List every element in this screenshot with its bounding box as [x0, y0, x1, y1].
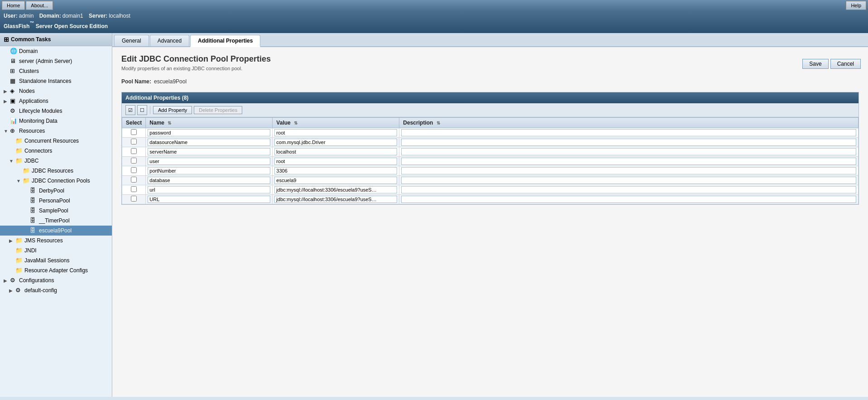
sidebar-item-configurations[interactable]: ▶⚙Configurations: [0, 275, 112, 285]
add-property-button[interactable]: Add Property: [153, 106, 192, 114]
row-checkbox-0[interactable]: [131, 129, 137, 135]
sidebar-item-jdbc-resources[interactable]: 📁JDBC Resources: [0, 166, 112, 176]
sidebar-item-timerpool[interactable]: 🗄__TimerPool: [0, 216, 112, 226]
save-button[interactable]: Save: [802, 59, 828, 69]
toolbar-select-all-btn[interactable]: ☑: [125, 105, 135, 115]
value-sort-icon: ⇅: [294, 120, 297, 125]
tab-general[interactable]: General: [114, 35, 149, 46]
sidebar-item-domain[interactable]: 🌐Domain: [0, 46, 112, 56]
row-name-cell-3: [146, 157, 273, 166]
row-name-input-7[interactable]: [148, 196, 270, 203]
row-desc-input-7[interactable]: [401, 196, 856, 203]
sidebar-item-resource-adapter[interactable]: 📁Resource Adapter Configs: [0, 265, 112, 275]
sidebar-item-nodes[interactable]: ▶◈Nodes: [0, 86, 112, 96]
folder-icon: 📁: [15, 147, 23, 154]
sidebar-item-derbypool[interactable]: 🗄DerbyPool: [0, 186, 112, 196]
sidebar-item-standalone[interactable]: ▦Standalone Instances: [0, 76, 112, 86]
row-value-input-2[interactable]: [274, 148, 397, 155]
sidebar-label-nodes: Nodes: [19, 88, 35, 94]
row-desc-cell-3: [399, 157, 858, 166]
row-desc-input-6[interactable]: [401, 186, 856, 193]
cancel-button[interactable]: Cancel: [830, 59, 861, 69]
delete-properties-button[interactable]: Delete Properties: [194, 106, 242, 114]
sidebar-item-monitoring[interactable]: 📊Monitoring Data: [0, 116, 112, 126]
row-desc-input-0[interactable]: [401, 129, 856, 136]
row-value-input-7[interactable]: [274, 196, 397, 203]
main-layout: ⊞ Common Tasks 🌐Domain 🖥server (Admin Se…: [0, 33, 868, 397]
row-checkbox-2[interactable]: [131, 148, 137, 154]
sidebar-item-jms[interactable]: ▶📁JMS Resources: [0, 236, 112, 246]
row-checkbox-7[interactable]: [131, 196, 137, 202]
row-desc-input-2[interactable]: [401, 148, 856, 155]
help-button[interactable]: Help: [846, 1, 866, 10]
folder-icon: 📁: [15, 247, 23, 254]
sidebar-item-clusters[interactable]: ⊞Clusters: [0, 66, 112, 76]
table-row: [122, 166, 858, 176]
globe-icon: 🌐: [10, 48, 17, 55]
tab-additional-properties[interactable]: Additional Properties: [190, 35, 260, 47]
row-value-input-5[interactable]: [274, 177, 397, 184]
top-bar: Home About... Help: [0, 0, 868, 11]
tab-bar: General Advanced Additional Properties: [112, 33, 868, 47]
row-checkbox-3[interactable]: [131, 158, 137, 164]
row-name-input-3[interactable]: [148, 158, 270, 165]
row-value-input-0[interactable]: [274, 129, 397, 136]
tab-advanced[interactable]: Advanced: [150, 35, 189, 46]
sidebar-label-resources: Resources: [19, 128, 45, 134]
sidebar-item-resources[interactable]: ▼⊕Resources: [0, 126, 112, 136]
sidebar-item-escuela9pool[interactable]: 🗄escuela9Pool: [0, 226, 112, 236]
properties-table: Select Name ⇅ Value ⇅ Descript: [122, 117, 858, 204]
row-checkbox-1[interactable]: [131, 139, 137, 145]
sidebar-item-jdbc[interactable]: ▼📁JDBC: [0, 156, 112, 166]
folder-icon: 📁: [15, 267, 23, 274]
folder-icon: 📁: [15, 137, 23, 145]
home-button[interactable]: Home: [2, 1, 25, 10]
row-checkbox-6[interactable]: [131, 186, 137, 192]
row-desc-input-1[interactable]: [401, 139, 856, 146]
table-row: [122, 147, 858, 157]
row-desc-input-5[interactable]: [401, 177, 856, 184]
desc-sort-icon: ⇅: [436, 120, 440, 125]
expand-arrow-configurations: ▶: [4, 278, 8, 283]
row-value-input-1[interactable]: [274, 139, 397, 146]
sidebar-item-jndi[interactable]: 📁JNDI: [0, 246, 112, 255]
sidebar-item-connectors[interactable]: 📁Connectors: [0, 146, 112, 156]
row-name-cell-7: [146, 195, 273, 204]
row-name-input-6[interactable]: [148, 186, 270, 193]
row-checkbox-4[interactable]: [131, 167, 137, 173]
content-body: Edit JDBC Connection Pool Properties Mod…: [112, 47, 868, 397]
row-name-input-1[interactable]: [148, 139, 270, 146]
sidebar-item-javamail[interactable]: 📁JavaMail Sessions: [0, 255, 112, 265]
about-button[interactable]: About...: [26, 1, 53, 10]
domain-label: Domain:: [39, 13, 61, 19]
row-name-cell-5: [146, 176, 273, 185]
row-desc-input-3[interactable]: [401, 158, 856, 165]
sidebar-item-personapool[interactable]: 🗄PersonaPool: [0, 196, 112, 206]
col-value[interactable]: Value ⇅: [273, 118, 399, 128]
sidebar-item-lifecycle[interactable]: ⚙Lifecycle Modules: [0, 106, 112, 116]
row-value-input-6[interactable]: [274, 186, 397, 193]
row-value-input-3[interactable]: [274, 158, 397, 165]
resource-icon: ⊕: [10, 127, 17, 135]
sidebar-item-default-config[interactable]: ▶⚙default-config: [0, 285, 112, 295]
sidebar-label-clusters: Clusters: [19, 68, 39, 74]
sidebar-item-concurrent[interactable]: 📁Concurrent Resources: [0, 136, 112, 146]
sidebar-item-jdbc-pools[interactable]: ▼📁JDBC Connection Pools: [0, 176, 112, 186]
col-name[interactable]: Name ⇅: [146, 118, 273, 128]
row-value-input-4[interactable]: [274, 167, 397, 174]
toolbar-deselect-btn[interactable]: ☐: [137, 105, 147, 115]
row-desc-input-4[interactable]: [401, 167, 856, 174]
sidebar-label-resource-adapter: Resource Adapter Configs: [24, 267, 88, 274]
row-value-cell-5: [273, 176, 399, 185]
row-name-input-4[interactable]: [148, 167, 270, 174]
row-checkbox-5[interactable]: [131, 177, 137, 183]
row-desc-cell-2: [399, 147, 858, 157]
row-name-input-0[interactable]: [148, 129, 270, 136]
row-name-input-2[interactable]: [148, 148, 270, 155]
row-name-input-5[interactable]: [148, 177, 270, 184]
sidebar-item-server[interactable]: 🖥server (Admin Server): [0, 56, 112, 66]
sidebar-item-samplepool[interactable]: 🗄SamplePool: [0, 206, 112, 216]
db-icon: 🗄: [30, 217, 37, 224]
sidebar-item-applications[interactable]: ▶▣Applications: [0, 96, 112, 106]
col-description[interactable]: Description ⇅: [399, 118, 858, 128]
